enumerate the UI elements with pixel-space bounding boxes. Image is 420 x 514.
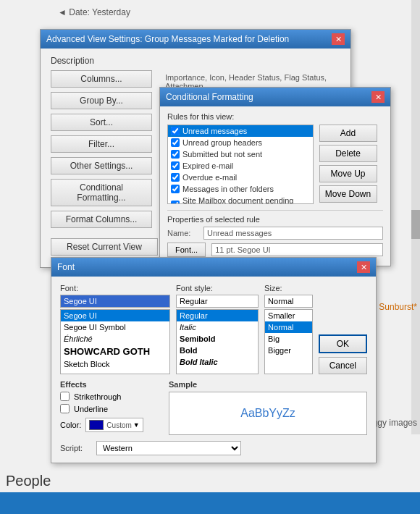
font-bottom-section: Effects Strikethrough Underline Color: C… — [60, 380, 367, 435]
sample-box: AaBbYyZz — [169, 392, 367, 435]
rule-label-unread-group: Unread group headers — [182, 138, 262, 147]
font-name-input[interactable] — [60, 295, 170, 308]
font-item-sketch-block[interactable]: Sketch Block — [61, 358, 169, 370]
rule-label-expired: Expired e-mail — [182, 161, 233, 170]
font-style-regular[interactable]: Regular — [177, 310, 258, 321]
font-style-col: Font style: Regular Italic Semibold Bold… — [176, 284, 259, 374]
cf-add-button[interactable]: Add — [319, 125, 377, 142]
rule-item-unread-messages[interactable]: Unread messages — [168, 125, 313, 137]
font-dialog: Font ✕ Font: Segoe UI Segoe UI Symbol Éh… — [51, 257, 377, 463]
effects-section: Effects Strikethrough Underline Color: C… — [60, 380, 161, 435]
rule-checkbox-expired[interactable] — [171, 161, 180, 170]
font-ok-col: OK Cancel — [319, 284, 367, 374]
color-picker[interactable]: Custom ▼ — [85, 418, 143, 432]
strikethrough-checkbox[interactable] — [60, 392, 70, 401]
rule-item-expired[interactable]: Expired e-mail — [168, 160, 313, 172]
font-size-normal[interactable]: Normal — [265, 321, 312, 333]
rule-checkbox-unread[interactable] — [171, 127, 180, 135]
group-by-button[interactable]: Group By... — [51, 92, 152, 109]
color-swatch — [89, 420, 104, 430]
rules-label: Rules for this view: — [167, 112, 383, 121]
rule-item-submitted[interactable]: Submitted but not sent — [168, 148, 313, 160]
font-button[interactable]: Font... — [167, 243, 206, 257]
font-style-label: Font style: — [176, 284, 259, 292]
script-select[interactable]: Western — [96, 441, 241, 455]
cf-move-up-button[interactable]: Move Up — [319, 165, 377, 182]
columns-button[interactable]: Columns... — [51, 70, 152, 88]
conditional-formatting-button[interactable]: Conditional Formatting... — [51, 179, 152, 206]
cf-dialog-titlebar: Conditional Formatting ✕ — [160, 88, 390, 106]
font-style-semibold[interactable]: Semibold — [177, 333, 258, 345]
font-size-big[interactable]: Big — [265, 333, 312, 345]
rule-item-messages-other[interactable]: Messages in other folders — [168, 183, 313, 195]
underline-checkbox[interactable] — [60, 404, 70, 413]
script-label: Script: — [60, 444, 96, 452]
rule-item-site-mailbox[interactable]: Site Mailbox document pending uploa... — [168, 195, 313, 204]
cf-dialog-close[interactable]: ✕ — [371, 91, 385, 103]
sample-section: Sample AaBbYyZz — [169, 380, 367, 435]
scrollbar-thumb[interactable] — [411, 210, 420, 239]
sample-label: Sample — [169, 380, 367, 389]
color-value: Custom — [106, 421, 131, 429]
reset-current-view-button[interactable]: Reset Current View — [51, 238, 158, 256]
rule-label-submitted: Submitted but not sent — [182, 150, 262, 159]
rule-label-messages-other: Messages in other folders — [182, 185, 274, 193]
font-size-col: Size: Smaller Normal Big Bigger — [264, 284, 313, 374]
sort-button[interactable]: Sort... — [51, 114, 152, 131]
rule-checkbox-messages-other[interactable] — [171, 185, 180, 193]
font-style-input[interactable] — [176, 295, 259, 308]
rule-label-unread: Unread messages — [182, 127, 247, 135]
rule-checkbox-unread-group[interactable] — [171, 138, 180, 147]
font-style-bold[interactable]: Bold — [177, 345, 258, 356]
font-item-showcard[interactable]: SHOWCARD GOTH — [61, 345, 169, 358]
cf-delete-button[interactable]: Delete — [319, 145, 377, 162]
format-columns-button[interactable]: Format Columns... — [51, 211, 152, 228]
conditional-formatting-dialog: Conditional Formatting ✕ Rules for this … — [159, 87, 391, 266]
font-columns-section: Font: Segoe UI Segoe UI Symbol Éhrliché … — [60, 284, 367, 374]
rule-checkbox-submitted[interactable] — [171, 150, 180, 159]
font-dialog-title: Font — [57, 262, 75, 272]
rule-item-overdue[interactable]: Overdue e-mail — [168, 172, 313, 183]
font-cancel-button[interactable]: Cancel — [319, 357, 367, 374]
font-style-italic[interactable]: Italic — [177, 321, 258, 333]
sunburst-text: Sunburst* — [376, 300, 420, 313]
cf-action-buttons: Add Delete Move Up Move Down — [319, 125, 383, 204]
font-item-ehrliche[interactable]: Éhrliché — [61, 333, 169, 345]
font-dialog-close[interactable]: ✕ — [357, 261, 370, 273]
other-settings-button[interactable]: Other Settings... — [51, 157, 152, 174]
font-dialog-titlebar: Font ✕ — [51, 258, 376, 277]
rule-item-unread-group[interactable]: Unread group headers — [168, 137, 313, 148]
strikethrough-label: Strikethrough — [74, 392, 121, 401]
advanced-dialog-close[interactable]: ✕ — [332, 33, 345, 45]
color-row: Color: Custom ▼ — [60, 418, 161, 432]
font-name-label: Font: — [60, 284, 170, 292]
rule-checkbox-site-mailbox[interactable] — [171, 201, 180, 204]
font-item-segoe-symbol[interactable]: Segoe UI Symbol — [61, 321, 169, 333]
font-size-smaller[interactable]: Smaller — [265, 310, 312, 321]
name-input[interactable] — [203, 227, 383, 240]
properties-section: Properties of selected rule Name: Font..… — [167, 210, 383, 257]
cf-dialog-body: Rules for this view: Unread messages Unr… — [160, 106, 390, 266]
rules-list[interactable]: Unread messages Unread group headers Sub… — [167, 125, 314, 204]
rule-label-overdue: Overdue e-mail — [182, 173, 237, 182]
font-name-list[interactable]: Segoe UI Segoe UI Symbol Éhrliché SHOWCA… — [60, 309, 170, 374]
font-size-list[interactable]: Smaller Normal Big Bigger — [264, 309, 313, 374]
scrollbar[interactable] — [411, 0, 420, 434]
underline-item: Underline — [60, 404, 161, 413]
filter-button[interactable]: Filter... — [51, 135, 152, 153]
sample-text: AaBbYyZz — [240, 407, 295, 420]
font-style-list[interactable]: Regular Italic Semibold Bold Bold Italic — [176, 309, 259, 374]
strikethrough-item: Strikethrough — [60, 392, 161, 401]
font-item-segoe-ui[interactable]: Segoe UI — [61, 310, 169, 321]
font-size-bigger[interactable]: Bigger — [265, 345, 312, 356]
font-size-input[interactable] — [264, 295, 313, 308]
bottom-bar — [0, 492, 420, 514]
underline-label: Underline — [74, 405, 108, 413]
font-size-label: Size: — [264, 284, 313, 292]
date-header: ◄ Date: Yesterday — [58, 7, 130, 17]
advanced-dialog-titlebar: Advanced View Settings: Group Messages M… — [41, 30, 350, 49]
rule-checkbox-overdue[interactable] — [171, 173, 180, 182]
cf-move-down-button[interactable]: Move Down — [319, 185, 377, 203]
font-ok-button[interactable]: OK — [319, 334, 367, 353]
font-style-bold-italic[interactable]: Bold Italic — [177, 356, 258, 368]
